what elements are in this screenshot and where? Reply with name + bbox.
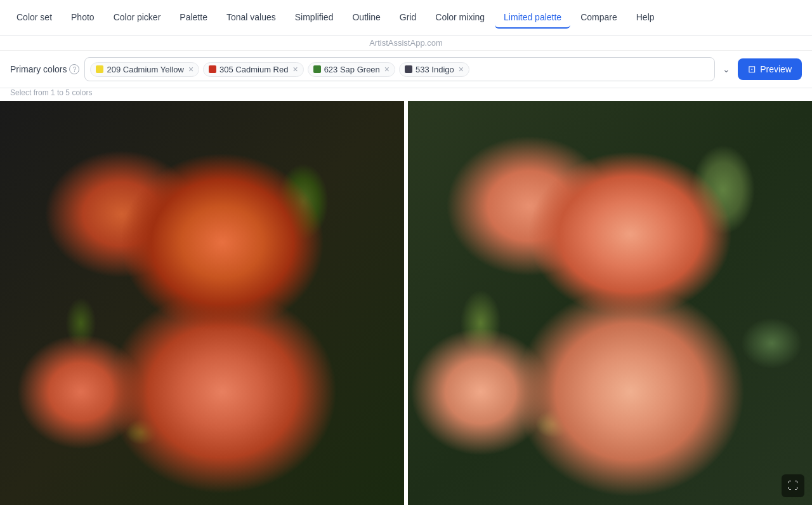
preview-icon: ⊡ xyxy=(748,64,756,75)
right-image xyxy=(408,101,812,505)
nav-item-palette[interactable]: Palette xyxy=(171,7,216,29)
right-image-panel: ⛶ xyxy=(408,101,812,505)
preview-label: Preview xyxy=(760,64,792,74)
fullscreen-icon: ⛶ xyxy=(788,480,798,491)
nav-item-outline[interactable]: Outline xyxy=(343,7,389,29)
color-tag-cadmium-red: 305 Cadmium Red× xyxy=(203,62,304,77)
nav-item-help[interactable]: Help xyxy=(627,7,664,29)
preview-button[interactable]: ⊡ Preview xyxy=(738,58,802,80)
color-remove-indigo[interactable]: × xyxy=(459,65,464,74)
images-area: ⛶ xyxy=(0,101,812,505)
color-label-cadmium-red: 305 Cadmium Red xyxy=(219,65,288,74)
nav-item-simplified[interactable]: Simplified xyxy=(286,7,343,29)
right-flowers-overlay xyxy=(408,101,812,505)
nav-item-color-set[interactable]: Color set xyxy=(8,7,61,29)
primary-colors-text: Primary colors xyxy=(10,64,67,74)
color-remove-cadmium-red[interactable]: × xyxy=(292,65,298,74)
primary-colors-label: Primary colors ? xyxy=(10,64,79,74)
fullscreen-button[interactable]: ⛶ xyxy=(782,474,804,497)
color-tag-indigo: 533 Indigo× xyxy=(399,62,469,77)
color-tag-cadmium-yellow: 209 Cadmium Yellow× xyxy=(90,62,199,77)
dropdown-arrow-icon[interactable]: ⌄ xyxy=(720,62,733,77)
toolbar: Primary colors ? 209 Cadmium Yellow×305 … xyxy=(0,51,812,88)
color-remove-cadmium-yellow[interactable]: × xyxy=(188,65,193,74)
color-tag-sap-green: 623 Sap Green× xyxy=(308,62,395,77)
color-label-indigo: 533 Indigo xyxy=(416,65,454,74)
color-swatch-indigo xyxy=(405,65,412,73)
nav-item-compare[interactable]: Compare xyxy=(572,7,626,29)
color-remove-sap-green[interactable]: × xyxy=(384,65,390,74)
color-label-sap-green: 623 Sap Green xyxy=(324,65,380,74)
color-tags-container[interactable]: 209 Cadmium Yellow×305 Cadmium Red×623 S… xyxy=(84,57,715,81)
left-flowers-overlay xyxy=(0,101,404,505)
hint-text: Select from 1 to 5 colors xyxy=(0,88,812,101)
left-image xyxy=(0,101,404,505)
nav-bar: Color setPhotoColor pickerPaletteTonal v… xyxy=(0,0,812,36)
color-swatch-cadmium-red xyxy=(209,65,216,73)
nav-item-color-picker[interactable]: Color picker xyxy=(105,7,170,29)
color-swatch-cadmium-yellow xyxy=(96,65,103,73)
color-swatch-sap-green xyxy=(313,65,321,73)
left-image-panel xyxy=(0,101,408,505)
main-nav: Color setPhotoColor pickerPaletteTonal v… xyxy=(0,0,812,36)
nav-item-photo[interactable]: Photo xyxy=(62,7,103,29)
app-subtitle: ArtistAssistApp.com xyxy=(0,36,812,51)
nav-item-limited-palette[interactable]: Limited palette xyxy=(495,7,570,29)
nav-item-color-mixing[interactable]: Color mixing xyxy=(426,7,494,29)
nav-item-grid[interactable]: Grid xyxy=(391,7,425,29)
color-label-cadmium-yellow: 209 Cadmium Yellow xyxy=(107,65,183,74)
nav-item-tonal-values[interactable]: Tonal values xyxy=(218,7,285,29)
help-icon[interactable]: ? xyxy=(69,64,79,74)
